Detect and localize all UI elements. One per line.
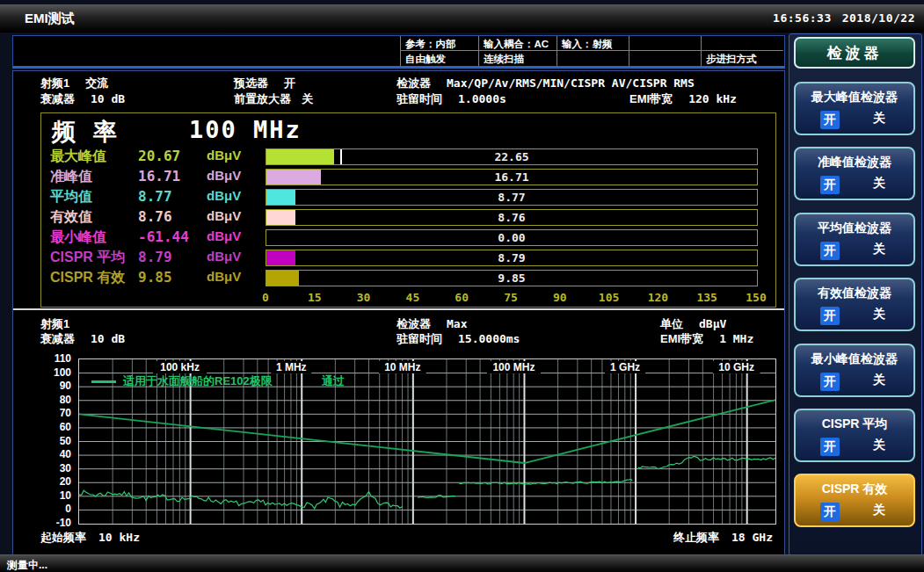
bar-axis-tick: 90 (542, 291, 578, 304)
detector-row-value: 20.67 (138, 148, 180, 164)
y-axis-tick: 0 (15, 503, 71, 515)
upper-attenuator-param: 衰减器10 dB (40, 91, 125, 107)
detector-bar: 16.71 (266, 169, 758, 185)
toggle-on[interactable]: 开 (820, 438, 840, 456)
detector-row-unit: dBμV (207, 228, 241, 243)
decade-label: 1 GHz (610, 361, 640, 373)
bar-axis-tick: 45 (395, 291, 430, 304)
upper-dwell-param: 驻留时间1.0000s (397, 91, 506, 107)
y-axis-tick: 110 (15, 352, 71, 365)
spectrum-plot: 100 kHz1 MHz10 MHz100 MHz1 GHz10 GHz 适用于… (78, 358, 776, 525)
toggle-on[interactable]: 开 (820, 373, 840, 391)
toggle-off[interactable]: 关 (873, 307, 885, 322)
header-cell-0-2: 输入：射频 (557, 36, 629, 51)
detector-key-rms[interactable]: 有效值检波器开关 (794, 278, 915, 331)
toggle-on[interactable]: 开 (820, 503, 840, 521)
bar-axis-tick: 150 (738, 291, 774, 304)
toggle-on[interactable]: 开 (820, 176, 840, 194)
lower-attenuator-param: 衰减器10 dB (40, 331, 125, 347)
header-cell-1-2 (557, 51, 629, 66)
toggle-off[interactable]: 关 (873, 503, 885, 518)
y-axis-tick: 20 (15, 475, 71, 488)
main-display: 射频1交流 预选器开 检波器Max/QP/Av/RMS/MIN/CISPR AV… (12, 70, 785, 555)
toggle-on[interactable]: 开 (820, 242, 840, 260)
header-cell-1-4: 步进扫方式 (701, 51, 783, 66)
detector-bar: 22.65 (266, 148, 758, 165)
panel-divider (13, 308, 784, 310)
bar-axis-tick: 75 (493, 291, 528, 304)
toggle-off[interactable]: 关 (873, 438, 885, 453)
detector-row-label: 有效值 (50, 208, 92, 227)
toggle-off[interactable]: 关 (873, 242, 885, 257)
y-axis-tick: 50 (15, 435, 71, 447)
detector-key-label: CISPR 有效 (796, 481, 913, 497)
detector-key-max-peak[interactable]: 最大峰值检波器开关 (794, 82, 915, 135)
bar-axis-tick: 60 (444, 291, 479, 304)
upper-emi-bw-param: EMI带宽120 kHz (629, 91, 737, 107)
detector-bar-text: 9.85 (266, 272, 757, 285)
detector-menu-button[interactable]: 检波器 (794, 37, 915, 69)
header-cell-0-0: 参考：内部 (400, 36, 478, 51)
toggle-on[interactable]: 开 (820, 111, 840, 129)
detector-row-unit: dBμV (207, 188, 241, 203)
decade-label: 100 MHz (492, 361, 535, 373)
y-axis-tick: 30 (15, 462, 71, 474)
start-frequency: 起始频率10 kHz (40, 530, 140, 546)
lower-emi-bw-param: EMI带宽1 MHz (660, 331, 753, 347)
upper-detector-param: 检波器Max/QP/Av/RMS/MIN/CISPR AV/CISPR RMS (397, 76, 695, 91)
clock: 16:56:332018/10/22 (762, 11, 915, 25)
detector-bar: 8.77 (266, 189, 758, 206)
toggle-off[interactable]: 关 (873, 176, 885, 192)
lower-rf-param: 射频1 (40, 316, 69, 332)
header-cell-0-3 (629, 36, 701, 51)
detector-key-quasi-peak[interactable]: 准峰值检波器开关 (794, 147, 915, 200)
limit-legend: 适用于水面舰船的RE102极限通过 (91, 373, 345, 389)
lower-detector-param: 检波器Max (397, 316, 467, 332)
detector-row-value: -61.44 (138, 228, 189, 245)
y-axis-tick: 70 (15, 407, 71, 419)
detector-row-value: 8.77 (138, 188, 172, 205)
detector-bar: 0.00 (266, 229, 758, 246)
y-axis-tick: 60 (15, 421, 71, 433)
lower-unit-param: 单位dBμV (660, 316, 726, 332)
max-detector-trace (638, 456, 775, 468)
header-cell-0-4 (701, 36, 783, 51)
detector-row-unit: dBμV (207, 208, 241, 223)
bar-axis-tick: 0 (248, 291, 283, 304)
y-axis-tick: 10 (15, 489, 71, 502)
y-axis-tick: -10 (15, 517, 71, 529)
header-table: 参考：内部输入耦合：AC输入：射频自由触发连续扫描步进扫方式 (400, 36, 783, 66)
limit-line-name: 适用于水面舰船的RE102极限 (123, 374, 273, 387)
decade-label: 10 MHz (384, 361, 420, 373)
detector-row-value: 9.85 (138, 269, 172, 286)
detector-bar-text: 16.71 (266, 170, 757, 184)
detector-row-unit: dBμV (207, 249, 241, 264)
toggle-off[interactable]: 关 (873, 373, 885, 388)
detector-row-value: 8.79 (138, 249, 172, 265)
detector-key-cispr-rms[interactable]: CISPR 有效开关 (794, 474, 915, 527)
y-axis-tick: 80 (15, 394, 71, 406)
detector-key-min-peak[interactable]: 最小峰值检波器开关 (794, 344, 915, 397)
detector-bar: 8.79 (266, 250, 758, 266)
detector-key-average[interactable]: 平均值检波器开关 (794, 213, 915, 266)
y-axis-tick: 90 (15, 380, 71, 392)
y-axis-tick: 100 (15, 366, 71, 379)
detector-row-label: CISPR 有效 (50, 269, 125, 287)
status-text: 测量中... (7, 558, 47, 572)
limit-line (79, 400, 775, 463)
detector-key-cispr-average[interactable]: CISPR 平均开关 (794, 409, 915, 462)
detector-key-label: CISPR 平均 (796, 416, 913, 432)
max-detector-trace (459, 479, 632, 484)
toggle-off[interactable]: 关 (873, 111, 885, 127)
header-cell-0-1: 输入耦合：AC (478, 36, 557, 51)
upper-preselector-param: 预选器开 (234, 76, 295, 91)
frequency-label: 频率 (52, 116, 135, 148)
detector-bar-text: 0.00 (266, 231, 757, 244)
header-cell-1-3 (629, 51, 701, 66)
toggle-on[interactable]: 开 (820, 307, 840, 325)
decade-label: 1 MHz (276, 361, 307, 373)
time: 16:56:33 (773, 11, 832, 25)
lower-dwell-param: 驻留时间15.0000ms (397, 331, 520, 347)
detector-row-label: CISPR 平均 (50, 249, 125, 267)
detector-row-value: 8.76 (138, 208, 172, 225)
